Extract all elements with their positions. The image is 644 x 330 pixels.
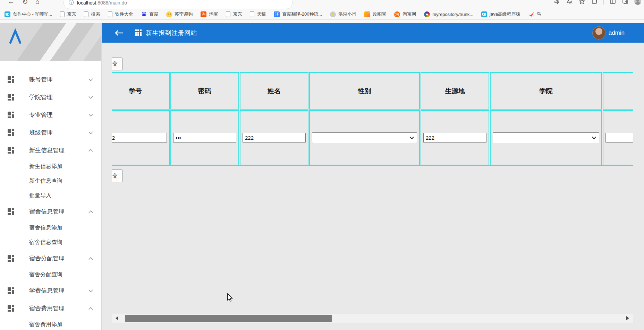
- bookmark-favicon-tao-icon: 淘: [201, 11, 206, 17]
- sidebar-subitem[interactable]: 宿舍信息添加: [0, 220, 101, 235]
- back-arrow-icon[interactable]: [115, 30, 124, 36]
- read-aloud-icon[interactable]: [553, 0, 560, 5]
- bookmark-item[interactable]: 苏宁易购: [166, 11, 193, 17]
- sidebar-item[interactable]: 班级管理: [0, 124, 101, 141]
- bookmark-label: 改图宝: [373, 11, 386, 17]
- scroll-left-arrow[interactable]: [112, 314, 121, 323]
- sidebar-item[interactable]: 学院管理: [0, 88, 101, 106]
- browser-profile-icon[interactable]: [634, 0, 641, 5]
- field-input[interactable]: [605, 133, 633, 143]
- scroll-right-arrow[interactable]: [623, 314, 632, 323]
- scrollbar-thumb[interactable]: [125, 315, 332, 322]
- split-screen-icon[interactable]: [609, 0, 616, 5]
- 学号-input[interactable]: [112, 133, 167, 143]
- 学院-select[interactable]: [493, 132, 599, 143]
- dashboard-icon: [8, 76, 14, 83]
- bookmark-item[interactable]: 淘淘宝: [201, 11, 218, 17]
- bookmark-favicon-gray-icon: [330, 11, 336, 17]
- dashboard-icon: [8, 129, 14, 136]
- bookmark-item[interactable]: 译百度翻译-200种语...: [274, 11, 322, 17]
- 生源地-input[interactable]: [423, 133, 486, 143]
- home-icon[interactable]: ⌂: [35, 0, 40, 6]
- horizontal-scroll-viewport: 提交 学号密码姓名性别生源地学院 提交: [112, 43, 633, 299]
- chevron-down-icon: [88, 131, 93, 134]
- sidebar-subitem[interactable]: 宿舍费用添加: [0, 317, 101, 330]
- column-header: 学院: [490, 72, 602, 110]
- sidebar-subitem[interactable]: 宿舍信息查询: [0, 235, 101, 250]
- submit-button-bottom[interactable]: 提交: [112, 170, 122, 182]
- sidebar-subitem-label: 批量导入: [29, 192, 51, 199]
- bookmark-label: 苏宁易购: [175, 11, 193, 17]
- sidebar-subitem[interactable]: 新生信息添加: [0, 159, 101, 174]
- bookmark-item[interactable]: java高级程序猿: [481, 11, 520, 17]
- sidebar-subitem-label: 宿舍信息查询: [29, 239, 62, 246]
- bookmark-label: 京东: [67, 11, 76, 17]
- bookmark-item[interactable]: 京东: [226, 11, 242, 17]
- bookmark-item[interactable]: 淘淘宝网: [394, 11, 416, 17]
- sidebar-subitem[interactable]: 批量导入: [0, 188, 101, 203]
- sidebar-menu: 账号管理学院管理专业管理班级管理新生信息管理新生信息添加新生信息查询批量导入宿舍…: [0, 61, 101, 330]
- bookmark-label: 百度翻译-200种语...: [282, 11, 322, 17]
- refresh-icon[interactable]: ↻: [22, 0, 28, 6]
- 性别-select[interactable]: [312, 132, 417, 143]
- app-header: 新生报到注册网站 admin: [102, 23, 644, 43]
- favorites-icon[interactable]: [578, 0, 585, 5]
- site-info-icon[interactable]: ⓘ: [69, 0, 74, 6]
- bookmark-item[interactable]: 鸟: [528, 11, 541, 17]
- sidebar-brand: [0, 23, 101, 61]
- horizontal-scrollbar[interactable]: [112, 314, 633, 323]
- sidebar-item[interactable]: 新生信息管理: [0, 141, 101, 159]
- column-header-label: 性别: [358, 87, 371, 96]
- column-header-label: 学号: [129, 87, 142, 96]
- collections-icon[interactable]: [591, 0, 598, 5]
- chevron-up-icon: [88, 210, 93, 213]
- sidebar-item[interactable]: 账号管理: [0, 71, 101, 88]
- bookmark-item[interactable]: 天猫: [250, 11, 266, 17]
- chevron-up-icon: [88, 257, 93, 260]
- main-content: 提交 学号密码姓名性别生源地学院 提交: [102, 43, 644, 330]
- browser-toolbar: ← ↻ ⌂ ⓘ localhost:8088/main.do: [0, 0, 644, 9]
- column-header: 性别: [309, 72, 420, 110]
- sidebar-item[interactable]: 学费信息管理: [0, 282, 101, 299]
- back-icon[interactable]: ←: [8, 0, 15, 6]
- column-header-label: 密码: [198, 87, 211, 96]
- bookmark-item[interactable]: 洪湖小肖: [330, 11, 356, 17]
- new-window-icon[interactable]: [622, 0, 629, 5]
- avatar[interactable]: [592, 26, 605, 40]
- bookmark-favicon-page-icon: [250, 11, 254, 17]
- bookmark-label: 淘宝网: [402, 11, 416, 17]
- sidebar-item-label: 专业管理: [29, 111, 88, 119]
- column-header: 生源地: [421, 72, 489, 110]
- username[interactable]: admin: [609, 29, 625, 36]
- bookmark-item[interactable]: myrepository/trunk...: [424, 11, 473, 17]
- bookmark-item[interactable]: 京东: [60, 11, 76, 17]
- sidebar-item[interactable]: 宿舍费用管理: [0, 299, 101, 317]
- bookmark-item[interactable]: 改图宝: [364, 11, 386, 17]
- sidebar-subitem-label: 宿舍分配查询: [29, 271, 62, 278]
- bookmark-item[interactable]: 搜索: [84, 11, 100, 17]
- text-size-icon[interactable]: [566, 0, 573, 5]
- submit-button-top[interactable]: 提交: [112, 58, 122, 70]
- bookmark-label: 鸟: [537, 11, 541, 17]
- form-cell: [112, 110, 170, 165]
- sidebar-item[interactable]: 宿舍信息管理: [0, 203, 101, 220]
- bookmark-item[interactable]: 软件大全: [108, 11, 133, 17]
- sidebar-subitem[interactable]: 新生信息查询: [0, 174, 101, 188]
- address-bar[interactable]: ⓘ localhost:8088/main.do: [63, 0, 293, 9]
- bookmark-favicon-bird-icon: [528, 11, 534, 17]
- sidebar-item[interactable]: 专业管理: [0, 106, 101, 124]
- chevron-down-icon: [88, 96, 93, 99]
- browser-chrome: ← ↻ ⌂ ⓘ localhost:8088/main.do 创作中心 - 哔哩…: [0, 0, 644, 23]
- 密码-input[interactable]: [173, 133, 236, 143]
- sidebar-item-label: 宿舍信息管理: [29, 208, 88, 216]
- 姓名-input[interactable]: [243, 133, 306, 143]
- bookmark-item[interactable]: 创作中心 - 哔哩哔...: [5, 11, 52, 17]
- sidebar-subitem[interactable]: 宿舍分配查询: [0, 267, 101, 282]
- column-header: 密码: [170, 72, 239, 110]
- sidebar-item[interactable]: 宿舍分配管理: [0, 250, 101, 267]
- table-input-row: [112, 110, 633, 165]
- table-header-row: 学号密码姓名性别生源地学院: [112, 72, 633, 110]
- bookmark-item[interactable]: 百度: [141, 11, 158, 17]
- apps-grid-icon[interactable]: [135, 29, 142, 36]
- bookmark-label: java高级程序猿: [490, 11, 520, 17]
